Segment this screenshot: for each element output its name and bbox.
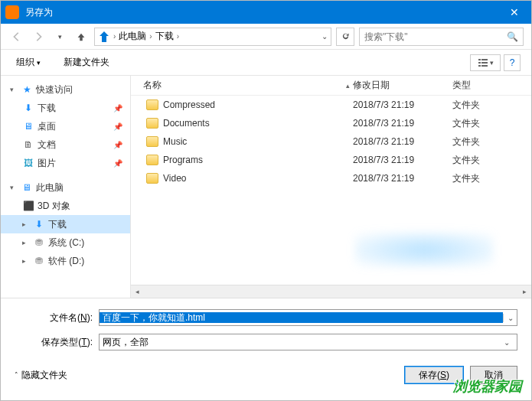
pin-icon: 📌 <box>113 122 122 131</box>
save-button[interactable]: 保存(S) <box>404 366 464 384</box>
tree-software-drive[interactable]: ▸⛃软件 (D:) <box>1 252 130 270</box>
breadcrumb[interactable]: › 此电脑 › 下载 › ⌄ <box>94 28 331 46</box>
document-icon: 🗎 <box>22 139 34 151</box>
file-date: 2018/7/3 21:19 <box>353 99 452 110</box>
filetype-label: 保存类型(T): <box>15 336 99 349</box>
title-bar: 另存为 ✕ <box>1 1 531 24</box>
filename-dropdown[interactable]: ⌄ <box>503 314 517 322</box>
chevron-right-icon[interactable]: › <box>112 32 117 41</box>
chevron-right-icon[interactable]: › <box>175 32 181 41</box>
tree-desktop[interactable]: 🖥桌面📌 <box>1 117 130 135</box>
address-bar: ▾ › 此电脑 › 下载 › ⌄ 🔍 <box>1 24 531 50</box>
chevron-up-icon: ˄ <box>15 371 18 379</box>
tree-downloads[interactable]: ⬇下载📌 <box>1 99 130 117</box>
cancel-button[interactable]: 取消 <box>470 366 517 384</box>
chevron-down-icon: ▾ <box>490 59 494 67</box>
file-row[interactable]: Compressed2018/7/3 21:19文件夹 <box>131 96 531 114</box>
tree-3d-objects[interactable]: ⬛3D 对象 <box>1 197 130 215</box>
folder-icon <box>146 155 158 165</box>
app-icon <box>5 5 19 19</box>
chevron-right-icon[interactable]: › <box>148 32 153 41</box>
hide-folders-toggle[interactable]: ˄隐藏文件夹 <box>15 369 67 382</box>
tree-pictures[interactable]: 🖼图片📌 <box>1 154 130 172</box>
file-type: 文件夹 <box>452 135 531 148</box>
file-name: Programs <box>163 155 203 165</box>
file-row[interactable]: Video2018/7/3 21:19文件夹 <box>131 169 531 187</box>
expand-icon: ▸ <box>22 220 30 228</box>
file-type: 文件夹 <box>452 99 531 112</box>
scroll-left-icon[interactable]: ◂ <box>131 286 144 298</box>
file-row[interactable]: Documents2018/7/3 21:19文件夹 <box>131 114 531 132</box>
file-row[interactable]: Music2018/7/3 21:19文件夹 <box>131 132 531 151</box>
horizontal-scrollbar[interactable]: ◂ ▸ <box>131 285 531 298</box>
forward-button[interactable] <box>30 28 47 45</box>
svg-rect-5 <box>481 65 488 67</box>
blurred-region <box>355 233 493 267</box>
expand-icon: ▸ <box>22 257 30 265</box>
new-folder-button[interactable]: 新建文件夹 <box>59 53 114 72</box>
file-date: 2018/7/3 21:19 <box>353 118 452 129</box>
tree-documents[interactable]: 🗎文档📌 <box>1 135 130 154</box>
view-options-button[interactable]: ▾ <box>470 54 501 71</box>
pin-icon: 📌 <box>113 141 122 149</box>
download-icon: ⬇ <box>22 102 34 114</box>
search-box[interactable]: 🔍 <box>359 28 524 46</box>
collapse-icon: ▾ <box>10 86 18 93</box>
search-input[interactable] <box>364 31 507 42</box>
filetype-field[interactable]: 网页，全部 ⌄ <box>99 334 517 350</box>
sort-asc-icon: ▴ <box>346 82 350 90</box>
chevron-down-icon: ▾ <box>37 59 41 67</box>
dialog-footer: ˄隐藏文件夹 保存(S) 取消 <box>1 363 531 392</box>
list-view-icon <box>478 58 488 67</box>
scroll-track[interactable] <box>144 286 518 298</box>
save-form: 文件名(N): ⌄ 保存类型(T): 网页，全部 ⌄ <box>1 298 531 363</box>
file-type: 文件夹 <box>452 172 531 185</box>
cube-icon: ⬛ <box>22 200 34 212</box>
scroll-right-icon[interactable]: ▸ <box>518 286 531 298</box>
collapse-icon: ▾ <box>10 184 18 191</box>
pin-icon: 📌 <box>113 104 122 112</box>
svg-rect-1 <box>481 59 488 60</box>
col-type-header[interactable]: 类型 <box>452 79 531 92</box>
col-date-header[interactable]: 修改日期 <box>353 79 452 92</box>
tree-downloads-pc[interactable]: ▸⬇下载 <box>1 215 130 233</box>
window-title: 另存为 <box>25 6 497 19</box>
tree-quick-access[interactable]: ▾★快速访问 <box>1 80 130 99</box>
tree-this-pc[interactable]: ▾🖥此电脑 <box>1 178 130 197</box>
drive-icon: ⛃ <box>33 236 45 249</box>
svg-rect-0 <box>478 59 481 60</box>
file-name: Video <box>163 173 186 184</box>
file-date: 2018/7/3 21:19 <box>353 173 452 184</box>
help-button[interactable]: ? <box>504 54 521 71</box>
svg-rect-3 <box>481 62 488 64</box>
column-headers: 名称▴ 修改日期 类型 <box>131 76 531 96</box>
col-name-header[interactable]: 名称▴ <box>131 79 353 92</box>
file-name: Music <box>163 136 187 147</box>
location-icon <box>98 31 110 43</box>
recent-dropdown[interactable]: ▾ <box>51 28 68 45</box>
refresh-button[interactable] <box>336 28 354 46</box>
search-icon[interactable]: 🔍 <box>507 31 518 42</box>
main-area: ▾★快速访问 ⬇下载📌 🖥桌面📌 🗎文档📌 🖼图片📌 ▾🖥此电脑 ⬛3D 对象 … <box>1 76 531 298</box>
file-date: 2018/7/3 21:19 <box>353 136 452 147</box>
breadcrumb-root[interactable]: 此电脑 <box>119 30 146 43</box>
star-icon: ★ <box>21 83 33 96</box>
chevron-down-icon[interactable]: ⌄ <box>321 32 328 41</box>
expand-icon: ▸ <box>22 239 30 246</box>
nav-tree: ▾★快速访问 ⬇下载📌 🖥桌面📌 🗎文档📌 🖼图片📌 ▾🖥此电脑 ⬛3D 对象 … <box>1 76 131 298</box>
organize-button[interactable]: 组织 ▾ <box>11 53 45 72</box>
pc-icon: 🖥 <box>21 181 33 194</box>
folder-icon <box>146 136 158 147</box>
up-button[interactable] <box>73 28 90 45</box>
file-row[interactable]: Programs2018/7/3 21:19文件夹 <box>131 151 531 169</box>
filetype-dropdown[interactable]: ⌄ <box>500 338 514 347</box>
folder-icon <box>146 99 158 110</box>
close-button[interactable]: ✕ <box>497 1 531 24</box>
filename-field[interactable]: ⌄ <box>99 309 517 326</box>
desktop-icon: 🖥 <box>22 120 34 132</box>
back-button[interactable] <box>8 28 25 45</box>
breadcrumb-current[interactable]: 下载 <box>155 30 174 43</box>
filename-input[interactable] <box>100 312 503 323</box>
drive-icon: ⛃ <box>33 255 45 267</box>
tree-system-drive[interactable]: ▸⛃系统 (C:) <box>1 233 130 252</box>
